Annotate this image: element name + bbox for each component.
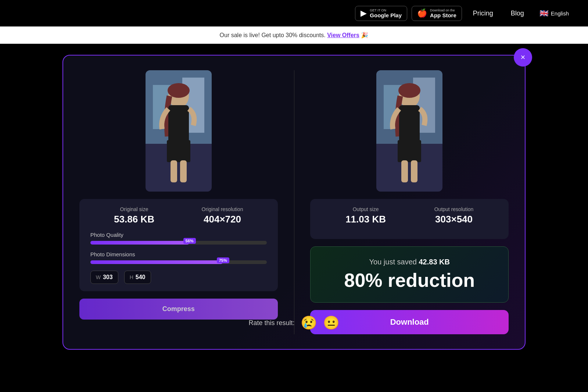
- google-play-top-text: GET IT ON: [370, 8, 402, 12]
- height-value: 540: [136, 274, 146, 281]
- top-navigation: ▶ GET IT ON Google Play 🍎 Download on th…: [0, 0, 588, 26]
- svg-rect-18: [401, 160, 408, 182]
- language-label: English: [551, 10, 569, 17]
- flag-icon: 🇬🇧: [539, 9, 549, 18]
- width-value: 303: [103, 274, 113, 281]
- emoji-neutral[interactable]: 😐: [323, 315, 340, 331]
- width-input-group[interactable]: W 303: [90, 271, 118, 284]
- quality-thumb-label: 56%: [183, 238, 196, 244]
- original-size-col: Original size 53.86 KB: [114, 206, 154, 225]
- savings-reduction: 80% reduction: [322, 269, 497, 291]
- svg-point-15: [398, 83, 420, 98]
- sale-text: Our sale is live! Get upto 30% discounts…: [220, 32, 326, 38]
- left-panel: Original size 53.86 KB Original resoluti…: [78, 70, 279, 334]
- width-label: W: [96, 274, 101, 280]
- quality-slider-section: Photo Quality 56%: [90, 232, 267, 245]
- output-info-row: Output size 11.03 KB Output resolution 3…: [321, 206, 498, 225]
- apple-icon: 🍎: [417, 8, 427, 18]
- savings-text: You just saved 42.83 KB: [322, 258, 497, 266]
- original-info-card: Original size 53.86 KB Original resoluti…: [79, 199, 278, 291]
- output-image-preview: [376, 70, 442, 192]
- svg-rect-17: [398, 140, 421, 162]
- google-play-button[interactable]: ▶ GET IT ON Google Play: [355, 6, 407, 21]
- svg-point-5: [168, 83, 190, 98]
- app-store-button[interactable]: 🍎 Download on the App Store: [412, 6, 462, 21]
- output-size-label: Output size: [345, 206, 386, 212]
- quality-slider-fill: 56%: [90, 241, 189, 245]
- app-store-top-text: Download on the: [430, 8, 456, 12]
- svg-rect-7: [167, 140, 190, 162]
- rate-section: Rate this result: 😢 😐: [241, 308, 347, 338]
- dimensions-slider-fill: 75%: [90, 260, 223, 264]
- view-offers-link[interactable]: View Offers: [327, 32, 359, 38]
- compress-modal: ×: [62, 55, 526, 350]
- original-size-value: 53.86 KB: [114, 214, 154, 225]
- rate-label: Rate this result:: [248, 319, 294, 327]
- language-selector[interactable]: 🇬🇧 English: [535, 6, 573, 21]
- original-size-label: Original size: [114, 206, 154, 212]
- dimensions-slider-section: Photo Dimensions 75% W 303: [90, 251, 267, 284]
- sale-banner: Our sale is live! Get upto 30% discounts…: [0, 26, 588, 44]
- pricing-link[interactable]: Pricing: [466, 7, 500, 20]
- svg-rect-9: [180, 160, 187, 182]
- output-size-value: 11.03 KB: [345, 214, 386, 225]
- modal-inner: Original size 53.86 KB Original resoluti…: [78, 70, 510, 334]
- output-resolution-col: Output resolution 303×540: [434, 206, 474, 225]
- svg-rect-8: [171, 160, 177, 182]
- original-resolution-label: Original resolution: [202, 206, 243, 212]
- original-image-preview: [146, 70, 212, 192]
- google-play-icon: ▶: [361, 8, 367, 18]
- quality-slider-track[interactable]: 56%: [90, 241, 267, 245]
- original-info-row: Original size 53.86 KB Original resoluti…: [90, 206, 267, 225]
- google-play-main-text: Google Play: [370, 12, 402, 18]
- emoji-sad[interactable]: 😢: [301, 315, 317, 331]
- banner-emoji: 🎉: [361, 32, 368, 38]
- svg-rect-19: [411, 160, 417, 182]
- savings-card: You just saved 42.83 KB 80% reduction: [310, 246, 509, 303]
- quality-slider-label: Photo Quality: [90, 232, 267, 238]
- blog-link[interactable]: Blog: [504, 7, 531, 20]
- close-button[interactable]: ×: [514, 48, 532, 67]
- original-resolution-value: 404×720: [202, 214, 243, 225]
- dimensions-slider-label: Photo Dimensions: [90, 251, 267, 257]
- main-area: ×: [0, 44, 588, 375]
- dimension-inputs: W 303 H 540: [90, 271, 267, 284]
- dimensions-thumb-label: 75%: [217, 257, 229, 263]
- output-resolution-value: 303×540: [434, 214, 474, 225]
- height-label: H: [130, 274, 133, 280]
- height-input-group[interactable]: H 540: [124, 271, 151, 284]
- original-resolution-col: Original resolution 404×720: [202, 206, 243, 225]
- panel-divider: [294, 70, 294, 334]
- right-panel: Output size 11.03 KB Output resolution 3…: [309, 70, 510, 334]
- output-info-card: Output size 11.03 KB Output resolution 3…: [310, 199, 509, 239]
- output-size-col: Output size 11.03 KB: [345, 206, 386, 225]
- app-store-main-text: App Store: [430, 12, 456, 18]
- dimensions-slider-track[interactable]: 75%: [90, 260, 267, 264]
- output-resolution-label: Output resolution: [434, 206, 474, 212]
